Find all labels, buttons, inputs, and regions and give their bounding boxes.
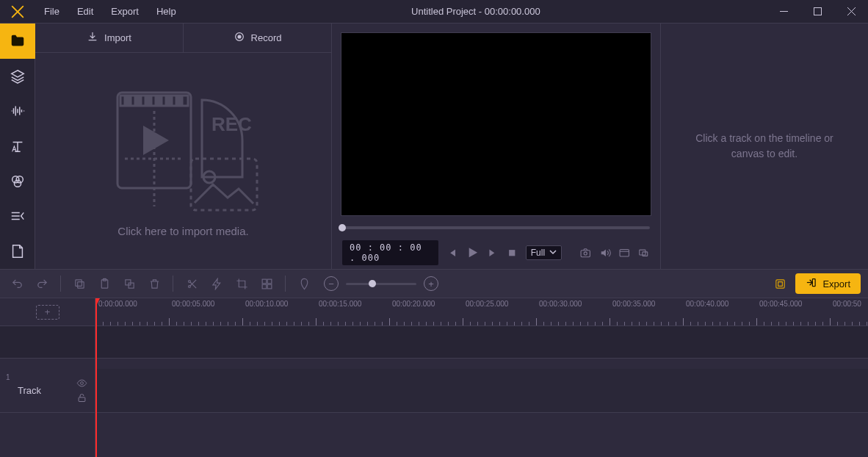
svg-rect-23 (643, 252, 648, 256)
rail-elements[interactable] (0, 234, 35, 269)
preview-seek (332, 219, 660, 237)
svg-rect-28 (125, 279, 130, 284)
menu-export[interactable]: Export (102, 0, 148, 24)
timeline-header-corner: + (0, 298, 95, 326)
window-controls (767, 0, 868, 24)
marker-button[interactable] (294, 274, 314, 293)
zoom-out-button[interactable]: − (324, 276, 339, 291)
track-lock-toggle[interactable] (76, 392, 87, 404)
preview-fit-select[interactable]: Full (526, 245, 562, 260)
volume-button[interactable] (599, 245, 611, 261)
svg-rect-9 (125, 97, 131, 104)
zoom-in-button[interactable]: + (424, 276, 438, 291)
toolbar-separator (60, 276, 61, 292)
ruler-label: 00:00:15.000 (319, 300, 361, 308)
svg-rect-25 (75, 279, 82, 286)
toolbar-separator (173, 276, 173, 292)
svg-rect-21 (620, 249, 629, 256)
svg-rect-0 (780, 11, 788, 12)
add-track-button[interactable]: + (36, 305, 59, 320)
track-lane-spacer (95, 326, 868, 359)
paste-button[interactable] (95, 274, 114, 293)
ruler-label: 00:00:05.000 (172, 300, 214, 308)
zoom-slider[interactable] (346, 283, 416, 285)
import-tab[interactable]: Import (35, 24, 184, 52)
svg-point-4 (14, 180, 21, 187)
menu-help[interactable]: Help (148, 0, 185, 24)
record-icon (234, 31, 245, 45)
track-number: 1 (6, 373, 10, 381)
export-button[interactable]: Export (795, 273, 861, 294)
playhead[interactable] (95, 298, 97, 457)
import-icon (87, 31, 98, 45)
rail-media[interactable] (0, 24, 35, 59)
svg-point-6 (238, 35, 241, 38)
undo-button[interactable] (7, 274, 26, 293)
media-panel: Import Record (35, 24, 332, 269)
menu-edit[interactable]: Edit (68, 0, 102, 24)
fullscreen-button[interactable] (637, 245, 649, 261)
menu-file[interactable]: File (35, 0, 68, 24)
rail-transitions[interactable] (0, 199, 35, 234)
svg-rect-35 (267, 284, 272, 289)
export-button-label: Export (822, 278, 850, 289)
stop-button[interactable] (506, 245, 518, 261)
record-tab[interactable]: Record (184, 24, 331, 52)
play-button[interactable] (465, 243, 479, 262)
rail-text[interactable] (0, 129, 35, 164)
svg-rect-37 (813, 279, 816, 287)
timeline-ruler[interactable]: 0:00:00.00000:00:05.00000:00:10.00000:00… (95, 298, 868, 326)
import-tab-label: Import (104, 32, 131, 43)
detach-preview-button[interactable] (618, 245, 630, 261)
track-lane-1[interactable] (95, 369, 868, 413)
timeline-toolbar: − + Export (0, 269, 868, 298)
svg-rect-18 (509, 250, 515, 256)
minimize-button[interactable] (767, 0, 800, 24)
render-preview-button[interactable] (770, 274, 789, 293)
svg-rect-36 (776, 279, 784, 287)
close-button[interactable] (834, 0, 868, 24)
track-name-label: Track (18, 385, 41, 396)
group-button[interactable] (257, 274, 276, 293)
delete-button[interactable] (145, 274, 164, 293)
seek-slider[interactable] (342, 226, 650, 229)
ruler-ticks (95, 312, 868, 325)
snapshot-button[interactable] (579, 245, 591, 261)
copy-button[interactable] (70, 274, 89, 293)
svg-rect-13 (166, 97, 172, 104)
svg-point-30 (188, 280, 190, 282)
timeline: + 1 Track 0:00:00.00000:00:05.00000:00:1… (0, 298, 868, 457)
properties-empty-hint: Click a track on the timeline or canvas … (684, 131, 845, 162)
ruler-label: 00:00:50 (833, 300, 861, 308)
maximize-button[interactable] (800, 0, 834, 24)
crop-button[interactable] (232, 274, 251, 293)
redo-button[interactable] (32, 274, 51, 293)
rail-audio[interactable] (0, 93, 35, 129)
track-header-1[interactable]: 1 Track (0, 369, 95, 413)
speed-button[interactable] (207, 274, 226, 293)
track-gap (95, 359, 868, 369)
ruler-labels: 0:00:00.00000:00:05.00000:00:10.00000:00… (95, 300, 868, 312)
prev-frame-button[interactable] (446, 245, 457, 261)
timeline-tracks-area[interactable]: 0:00:00.00000:00:05.00000:00:10.00000:00… (95, 298, 868, 457)
ruler-label: 00:00:35.000 (612, 300, 655, 308)
svg-point-3 (16, 176, 23, 182)
rail-filters[interactable] (0, 164, 35, 199)
rail-layers[interactable] (0, 59, 35, 94)
zoom-knob[interactable] (369, 280, 376, 287)
chevron-down-icon (549, 248, 557, 258)
preview-panel: 00 : 00 : 00 . 000 Full (332, 24, 661, 269)
track-toggles (76, 378, 87, 404)
preview-canvas[interactable] (341, 32, 651, 216)
media-drop-zone[interactable]: REC Click here to import media. (35, 53, 331, 269)
svg-rect-12 (156, 97, 162, 104)
next-frame-button[interactable] (487, 245, 499, 261)
split-button[interactable] (182, 274, 201, 293)
seek-knob[interactable] (339, 224, 346, 231)
duplicate-button[interactable] (120, 274, 139, 293)
track-visibility-toggle[interactable] (76, 378, 87, 389)
main-body: Import Record (0, 24, 868, 269)
media-drop-label: Click here to import media. (117, 225, 248, 237)
svg-rect-14 (176, 97, 182, 104)
ruler-label: 00:00:25.000 (466, 300, 508, 308)
